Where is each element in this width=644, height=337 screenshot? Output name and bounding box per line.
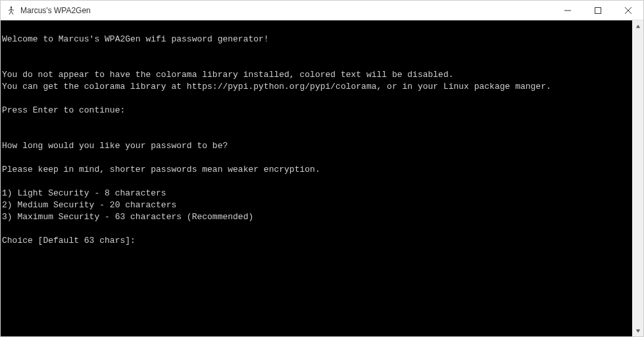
- console-line: Press Enter to continue:: [2, 105, 632, 117]
- console-line: [2, 117, 632, 128]
- titlebar: Marcus's WPA2Gen: [1, 1, 643, 20]
- console-line: 2) Medium Security - 20 characters: [2, 199, 632, 211]
- console-line: [2, 57, 632, 69]
- console-line: 1) Light Security - 8 characters: [2, 188, 632, 199]
- window-title: Marcus's WPA2Gen: [20, 6, 553, 15]
- minimize-button[interactable]: [553, 1, 583, 20]
- svg-line-3: [11, 9, 14, 11]
- console-line: [2, 176, 632, 188]
- console-line: You can get the colorama library at http…: [2, 81, 632, 93]
- window-controls: [553, 1, 643, 20]
- vertical-scrollbar[interactable]: [632, 20, 643, 336]
- console-line: [2, 45, 632, 57]
- console-line: How long would you like your password to…: [2, 140, 632, 152]
- console-line: [2, 128, 632, 140]
- svg-line-5: [11, 11, 13, 14]
- app-icon: [6, 5, 16, 16]
- console-line: Choice [Default 63 chars]:: [2, 235, 632, 247]
- console-output[interactable]: Welcome to Marcus's WPA2Gen wifi passwor…: [1, 20, 632, 336]
- client-area: Welcome to Marcus's WPA2Gen wifi passwor…: [1, 20, 643, 336]
- console-line: Please keep in mind, shorter passwords m…: [2, 164, 632, 176]
- console-line: [2, 22, 632, 34]
- close-button[interactable]: [613, 1, 643, 20]
- console-line: [2, 93, 632, 105]
- svg-rect-7: [595, 8, 601, 14]
- svg-line-4: [9, 11, 11, 14]
- scroll-down-arrow-icon[interactable]: [632, 325, 643, 336]
- svg-point-0: [11, 6, 12, 7]
- svg-line-2: [9, 9, 11, 11]
- console-line: Welcome to Marcus's WPA2Gen wifi passwor…: [2, 34, 632, 45]
- console-line: [2, 223, 632, 235]
- console-line: 3) Maximum Security - 63 characters (Rec…: [2, 211, 632, 223]
- scroll-track[interactable]: [632, 32, 643, 325]
- maximize-button[interactable]: [583, 1, 613, 20]
- console-line: [2, 152, 632, 164]
- scroll-up-arrow-icon[interactable]: [632, 20, 643, 32]
- console-line: You do not appear to have the colorama l…: [2, 69, 632, 81]
